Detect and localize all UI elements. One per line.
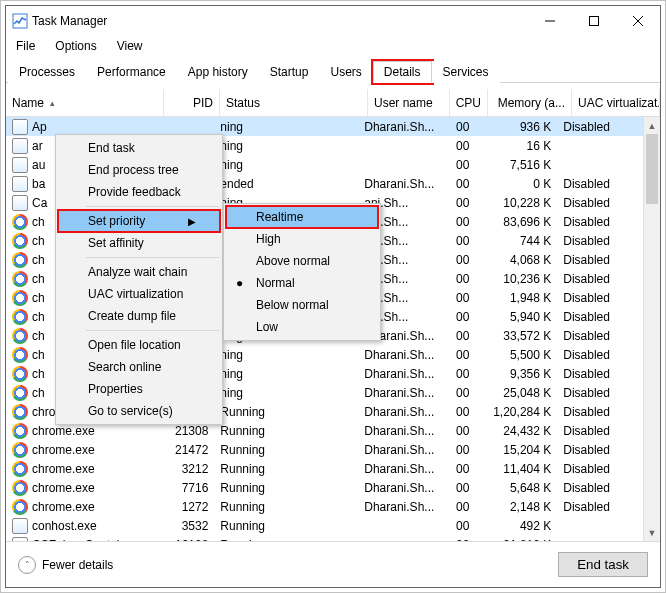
process-pid: 7716 [160,481,215,495]
process-memory: 492 K [475,519,557,533]
vertical-scrollbar[interactable]: ▲ ▼ [643,117,660,541]
ctx-create-dump-file[interactable]: Create dump file [58,305,220,327]
table-row[interactable]: chrome.exe1272RunningDharani.Sh...002,14… [6,497,643,516]
process-memory: 83,696 K [475,215,557,229]
process-cpu: 00 [438,500,475,514]
process-uac: Disabled [557,348,643,362]
process-name: ch [32,215,45,229]
ctx-provide-feedback[interactable]: Provide feedback [58,181,220,203]
process-uac: Disabled [557,310,643,324]
tab-details[interactable]: Details [373,61,432,83]
process-pid: 21308 [160,424,215,438]
process-cpu: 00 [438,215,475,229]
process-memory: 91,812 K [475,538,557,542]
menu-view[interactable]: View [113,39,147,53]
process-status: ning [214,120,358,134]
process-cpu: 00 [438,310,475,324]
menu-file[interactable]: File [12,39,39,53]
table-row[interactable]: CSFalconContainer.e16128Running0091,812 … [6,535,643,541]
ctx-end-task[interactable]: End task [58,137,220,159]
table-row[interactable]: chrome.exe21472RunningDharani.Sh...0015,… [6,440,643,459]
ctx-uac-virtualization[interactable]: UAC virtualization [58,283,220,305]
process-cpu: 00 [438,348,475,362]
priority-submenu: RealtimeHighAbove normal●NormalBelow nor… [223,203,381,341]
process-memory: 1,20,284 K [475,405,557,419]
process-name: ch [32,272,45,286]
process-uac: Disabled [557,405,643,419]
process-uac: Disabled [557,386,643,400]
process-cpu: 00 [438,253,475,267]
bottom-bar: ˄ Fewer details End task [6,541,660,587]
tab-processes[interactable]: Processes [8,61,86,83]
priority-normal[interactable]: ●Normal [226,272,378,294]
process-memory: 744 K [475,234,557,248]
chrome-icon [12,328,28,344]
tab-app-history[interactable]: App history [177,61,259,83]
header-pid[interactable]: PID [164,89,220,116]
header-cpu[interactable]: CPU [450,89,488,116]
header-memory[interactable]: Memory (a... [488,89,572,116]
header-user[interactable]: User name [368,89,450,116]
minimize-button[interactable] [528,6,572,36]
ctx-end-process-tree[interactable]: End process tree [58,159,220,181]
process-user: Dharani.Sh... [358,481,438,495]
ctx-go-to-services[interactable]: Go to service(s) [58,400,220,422]
scroll-thumb[interactable] [646,134,658,204]
chrome-icon [12,233,28,249]
sort-ascending-icon: ▴ [50,98,55,108]
process-name: CSFalconContainer.e [32,538,146,542]
process-name: ch [32,386,45,400]
priority-below-normal[interactable]: Below normal [226,294,378,316]
maximize-button[interactable] [572,6,616,36]
header-uac[interactable]: UAC virtualizat... [572,89,660,116]
ctx-set-affinity[interactable]: Set affinity [58,232,220,254]
tab-performance[interactable]: Performance [86,61,177,83]
chrome-icon [12,404,28,420]
ctx-search-online[interactable]: Search online [58,356,220,378]
chrome-icon [12,499,28,515]
ctx-properties[interactable]: Properties [58,378,220,400]
priority-high[interactable]: High [226,228,378,250]
table-row[interactable]: chrome.exe7716RunningDharani.Sh...005,64… [6,478,643,497]
process-uac: Disabled [557,215,643,229]
header-name[interactable]: Name▴ [6,89,164,116]
process-user: Dharani.Sh... [358,120,438,134]
process-uac: Disabled [557,234,643,248]
process-uac: Disabled [557,443,643,457]
process-cpu: 00 [438,329,475,343]
priority-realtime[interactable]: Realtime [226,206,378,228]
ctx-set-priority[interactable]: Set priority▶ [58,210,220,232]
process-uac: Disabled [557,291,643,305]
ctx-analyze-wait-chain[interactable]: Analyze wait chain [58,261,220,283]
close-button[interactable] [616,6,660,36]
scroll-down-button[interactable]: ▼ [644,524,660,541]
process-name: chrome.exe [32,481,95,495]
table-row[interactable]: conhost.exe3532Running00492 K [6,516,643,535]
process-user: Dharani.Sh... [358,348,438,362]
exe-icon [12,138,28,154]
column-headers: Name▴ PID Status User name CPU Memory (a… [6,89,660,117]
menu-options[interactable]: Options [51,39,100,53]
scroll-up-button[interactable]: ▲ [644,117,660,134]
exe-icon [12,195,28,211]
header-status[interactable]: Status [220,89,368,116]
tab-users[interactable]: Users [319,61,372,83]
table-row[interactable]: chrome.exe3212RunningDharani.Sh...0011,4… [6,459,643,478]
fewer-details-toggle[interactable]: ˄ Fewer details [18,556,113,574]
process-pid: 21472 [160,443,215,457]
tab-services[interactable]: Services [432,61,500,83]
ctx-open-file-location[interactable]: Open file location [58,334,220,356]
process-status: ning [214,386,358,400]
end-task-button[interactable]: End task [558,552,648,577]
process-status: Running [214,538,358,542]
process-user: Dharani.Sh... [358,405,438,419]
priority-above-normal[interactable]: Above normal [226,250,378,272]
process-user: Dharani.Sh... [358,462,438,476]
chrome-icon [12,423,28,439]
tab-startup[interactable]: Startup [259,61,320,83]
process-status: ning [214,367,358,381]
priority-low[interactable]: Low [226,316,378,338]
submenu-arrow-icon: ▶ [188,216,196,227]
process-name: Ap [32,120,47,134]
process-user: Dharani.Sh... [358,443,438,457]
